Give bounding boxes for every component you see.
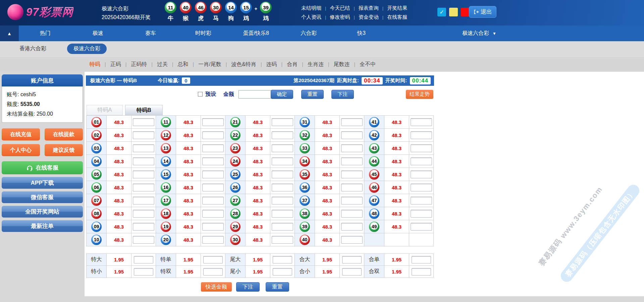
two-sides-bet-input-特大[interactable] — [134, 256, 153, 263]
nav-item-快3[interactable]: 快3 — [335, 25, 388, 41]
online-service-button[interactable]: 在线客服 — [2, 161, 83, 174]
bet-type-tab-过关[interactable]: 过关 — [157, 61, 168, 68]
two-sides-bet-input-合小[interactable] — [342, 268, 362, 276]
bottom-reset-button[interactable]: 重置 — [266, 282, 289, 292]
two-sides-bet-input-特单[interactable] — [203, 256, 223, 263]
number-bet-input-47[interactable] — [411, 197, 432, 204]
number-bet-input-05[interactable] — [133, 171, 154, 178]
number-bet-input-22[interactable] — [272, 131, 293, 139]
header-link[interactable]: 修改密码 — [330, 14, 350, 20]
number-bet-input-41[interactable] — [411, 118, 432, 126]
nav-collapse-button[interactable]: ▲ — [0, 25, 19, 41]
number-bet-input-35[interactable] — [341, 171, 363, 178]
number-bet-input-25[interactable] — [272, 171, 293, 178]
number-bet-input-40[interactable] — [341, 236, 363, 244]
bet-type-tab-特码[interactable]: 特码 — [90, 61, 100, 68]
number-bet-input-06[interactable] — [133, 184, 154, 191]
number-bet-input-24[interactable] — [272, 158, 293, 165]
number-bet-input-23[interactable] — [272, 144, 293, 152]
number-bet-input-02[interactable] — [133, 131, 154, 139]
site-logo[interactable]: 97彩票网 — [7, 4, 73, 20]
number-bet-input-26[interactable] — [272, 184, 293, 191]
tab-特码B[interactable]: 特码B — [125, 105, 163, 115]
number-bet-input-43[interactable] — [411, 144, 432, 152]
number-bet-input-30[interactable] — [272, 236, 293, 244]
bet-type-tab-全不中[interactable]: 全不中 — [360, 61, 376, 68]
number-bet-input-33[interactable] — [341, 144, 363, 152]
theme-swatch-blue[interactable]: ✓ — [437, 8, 446, 16]
number-bet-input-03[interactable] — [133, 144, 154, 152]
quick-amount-button[interactable]: 快选金额 — [201, 282, 232, 292]
number-bet-input-11[interactable] — [202, 118, 224, 126]
number-bet-input-34[interactable] — [341, 158, 363, 165]
nav-item-赛车[interactable]: 赛车 — [124, 25, 177, 41]
number-bet-input-20[interactable] — [202, 236, 224, 244]
subnav-item-香港六合彩[interactable]: 香港六合彩 — [19, 41, 46, 56]
subnav-item-极速六合彩[interactable]: 极速六合彩 — [67, 44, 107, 54]
header-link[interactable]: 未结明细 — [301, 5, 321, 11]
number-bet-input-37[interactable] — [341, 197, 363, 204]
bet-type-tab-一肖/尾数[interactable]: 一肖/尾数 — [198, 61, 221, 68]
number-bet-input-45[interactable] — [411, 171, 432, 178]
header-link[interactable]: 今天已结 — [330, 5, 350, 11]
amount-input[interactable] — [238, 90, 274, 99]
bet-type-tab-总和[interactable]: 总和 — [178, 61, 189, 68]
sidebar-button-微信客服[interactable]: 微信客服 — [2, 191, 83, 203]
number-bet-input-10[interactable] — [133, 236, 154, 244]
number-bet-input-36[interactable] — [341, 184, 363, 191]
tab-特码A[interactable]: 特码A — [87, 105, 123, 115]
number-bet-input-04[interactable] — [133, 158, 154, 165]
number-bet-input-49[interactable] — [411, 223, 432, 231]
header-link[interactable]: 开奖结果 — [387, 5, 407, 11]
number-bet-input-29[interactable] — [272, 223, 293, 231]
two-sides-bet-input-合大[interactable] — [342, 256, 362, 263]
number-bet-input-01[interactable] — [133, 118, 154, 126]
number-bet-input-19[interactable] — [202, 223, 224, 231]
number-bet-input-28[interactable] — [272, 210, 293, 218]
header-link[interactable]: 资金变动 — [359, 14, 379, 20]
bet-type-tab-波色&特肖[interactable]: 波色&特肖 — [231, 61, 256, 68]
number-bet-input-42[interactable] — [411, 131, 432, 139]
sidebar-button-最新注单[interactable]: 最新注单 — [2, 220, 83, 232]
header-link[interactable]: 报表查询 — [359, 5, 379, 11]
sidebar-button-在线充值[interactable]: 在线充值 — [2, 128, 40, 140]
number-bet-input-44[interactable] — [411, 158, 432, 165]
nav-item-六合彩[interactable]: 六合彩 — [282, 25, 335, 41]
bet-button[interactable]: 下注 — [331, 90, 354, 99]
bet-type-tab-生肖连[interactable]: 生肖连 — [308, 61, 324, 68]
nav-item-蛋蛋/快乐8[interactable]: 蛋蛋/快乐8 — [230, 25, 282, 41]
theme-swatch-yellow[interactable] — [449, 8, 458, 16]
two-sides-bet-input-特双[interactable] — [203, 268, 223, 276]
number-bet-input-48[interactable] — [411, 210, 432, 218]
reset-button[interactable]: 重置 — [301, 90, 324, 99]
preset-checkbox[interactable] — [198, 92, 203, 97]
two-sides-bet-input-合双[interactable] — [412, 268, 431, 276]
bet-type-tab-正码特[interactable]: 正码特 — [131, 61, 147, 68]
theme-swatch-red[interactable] — [461, 8, 470, 16]
sidebar-button-全国开奖网站[interactable]: 全国开奖网站 — [2, 206, 83, 218]
number-bet-input-32[interactable] — [341, 131, 363, 139]
number-bet-input-14[interactable] — [202, 158, 224, 165]
two-sides-bet-input-合单[interactable] — [412, 256, 431, 263]
logout-button[interactable]: 退出 — [469, 6, 496, 18]
confirm-button[interactable]: 确定 — [271, 90, 293, 99]
number-bet-input-27[interactable] — [272, 197, 293, 204]
number-bet-input-08[interactable] — [133, 210, 154, 218]
number-bet-input-12[interactable] — [202, 131, 224, 139]
sidebar-button-建议反馈[interactable]: 建议反馈 — [45, 144, 83, 156]
header-link[interactable]: 个人资讯 — [301, 14, 321, 20]
nav-item-热门[interactable]: 热门 — [19, 25, 71, 41]
number-bet-input-09[interactable] — [133, 223, 154, 231]
bottom-bet-button[interactable]: 下注 — [236, 282, 260, 292]
nav-item-极速[interactable]: 极速 — [71, 25, 124, 41]
two-sides-bet-input-尾小[interactable] — [273, 268, 292, 276]
sidebar-button-在线提款[interactable]: 在线提款 — [45, 128, 83, 140]
number-bet-input-15[interactable] — [202, 171, 224, 178]
bet-type-tab-尾数连[interactable]: 尾数连 — [334, 61, 350, 68]
number-bet-input-17[interactable] — [202, 197, 224, 204]
bet-type-tab-合肖[interactable]: 合肖 — [287, 61, 298, 68]
number-bet-input-07[interactable] — [133, 197, 154, 204]
two-sides-bet-input-尾大[interactable] — [273, 256, 292, 263]
sidebar-button-APP下载[interactable]: APP下载 — [2, 177, 83, 189]
number-bet-input-46[interactable] — [411, 184, 432, 191]
